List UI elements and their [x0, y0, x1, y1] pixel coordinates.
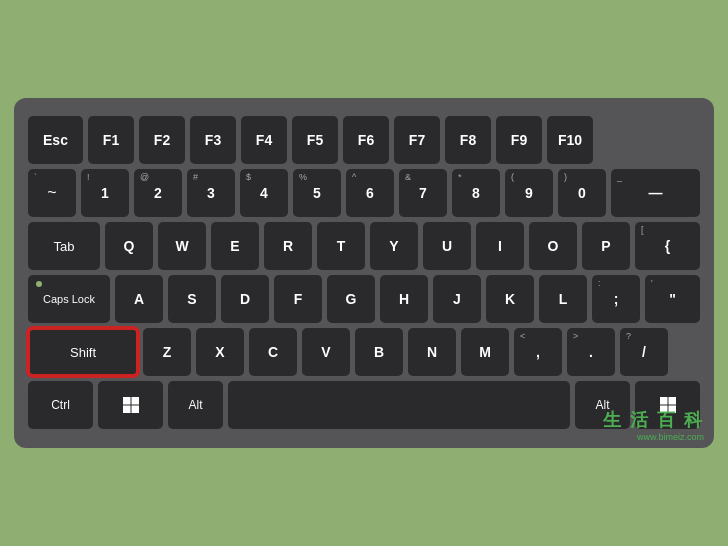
key-f6[interactable]: F6 [343, 116, 389, 164]
key-n[interactable]: N [408, 328, 456, 376]
keyboard: Esc F1 F2 F3 F4 F5 F6 F7 F8 F9 F10 ~` !1… [14, 98, 714, 448]
key-quote[interactable]: '" [645, 275, 700, 323]
key-r[interactable]: R [264, 222, 312, 270]
svg-rect-4 [660, 397, 668, 405]
caps-lock-indicator [36, 281, 42, 287]
windows-icon [122, 396, 140, 414]
key-shift-left[interactable]: Shift [28, 328, 138, 376]
key-2[interactable]: @2 [134, 169, 182, 217]
key-s[interactable]: S [168, 275, 216, 323]
key-caps-lock[interactable]: Caps Lock [28, 275, 110, 323]
watermark: 生 活 百 科 www.bimeiz.com [603, 408, 704, 442]
key-k[interactable]: K [486, 275, 534, 323]
key-j[interactable]: J [433, 275, 481, 323]
row-num: ~` !1 @2 #3 $4 %5 ^6 &7 *8 (9 )0 _— [28, 169, 700, 217]
key-e[interactable]: E [211, 222, 259, 270]
key-q[interactable]: Q [105, 222, 153, 270]
key-b[interactable]: B [355, 328, 403, 376]
svg-rect-1 [131, 397, 139, 405]
key-h[interactable]: H [380, 275, 428, 323]
key-minus[interactable]: _— [611, 169, 700, 217]
key-v[interactable]: V [302, 328, 350, 376]
key-f8[interactable]: F8 [445, 116, 491, 164]
key-space[interactable] [228, 381, 570, 429]
key-g[interactable]: G [327, 275, 375, 323]
key-6[interactable]: ^6 [346, 169, 394, 217]
svg-rect-0 [123, 397, 131, 405]
key-7[interactable]: &7 [399, 169, 447, 217]
key-f3[interactable]: F3 [190, 116, 236, 164]
row-zxcv: Shift Z X C V B N M <, >. ?/ [28, 328, 700, 376]
key-t[interactable]: T [317, 222, 365, 270]
key-f7[interactable]: F7 [394, 116, 440, 164]
key-f2[interactable]: F2 [139, 116, 185, 164]
key-esc[interactable]: Esc [28, 116, 83, 164]
key-i[interactable]: I [476, 222, 524, 270]
key-p[interactable]: P [582, 222, 630, 270]
key-semicolon[interactable]: :; [592, 275, 640, 323]
svg-rect-3 [131, 406, 139, 414]
row-qwerty: Tab Q W E R T Y U I O P [{ [28, 222, 700, 270]
key-slash[interactable]: ?/ [620, 328, 668, 376]
row-bottom: Ctrl Alt Alt [28, 381, 700, 429]
key-y[interactable]: Y [370, 222, 418, 270]
key-w[interactable]: W [158, 222, 206, 270]
key-f[interactable]: F [274, 275, 322, 323]
key-4[interactable]: $4 [240, 169, 288, 217]
key-o[interactable]: O [529, 222, 577, 270]
key-a[interactable]: A [115, 275, 163, 323]
key-f5[interactable]: F5 [292, 116, 338, 164]
key-tab[interactable]: Tab [28, 222, 100, 270]
key-5[interactable]: %5 [293, 169, 341, 217]
key-f10[interactable]: F10 [547, 116, 593, 164]
key-x[interactable]: X [196, 328, 244, 376]
key-alt-left[interactable]: Alt [168, 381, 223, 429]
svg-rect-5 [668, 397, 676, 405]
row-asdf: Caps Lock A S D F G H J K L :; '" [28, 275, 700, 323]
key-3[interactable]: #3 [187, 169, 235, 217]
key-1[interactable]: !1 [81, 169, 129, 217]
key-f4[interactable]: F4 [241, 116, 287, 164]
key-d[interactable]: D [221, 275, 269, 323]
watermark-text: 生 活 百 科 [603, 408, 704, 432]
key-f9[interactable]: F9 [496, 116, 542, 164]
key-l[interactable]: L [539, 275, 587, 323]
key-f1[interactable]: F1 [88, 116, 134, 164]
key-0[interactable]: )0 [558, 169, 606, 217]
key-comma[interactable]: <, [514, 328, 562, 376]
key-ctrl-left[interactable]: Ctrl [28, 381, 93, 429]
key-bracket-l[interactable]: [{ [635, 222, 700, 270]
key-u[interactable]: U [423, 222, 471, 270]
key-period[interactable]: >. [567, 328, 615, 376]
key-8[interactable]: *8 [452, 169, 500, 217]
key-win-left[interactable] [98, 381, 163, 429]
key-c[interactable]: C [249, 328, 297, 376]
key-m[interactable]: M [461, 328, 509, 376]
key-9[interactable]: (9 [505, 169, 553, 217]
row-fn: Esc F1 F2 F3 F4 F5 F6 F7 F8 F9 F10 [28, 116, 700, 164]
key-tilde[interactable]: ~` [28, 169, 76, 217]
watermark-url: www.bimeiz.com [637, 432, 704, 442]
svg-rect-2 [123, 406, 131, 414]
key-z[interactable]: Z [143, 328, 191, 376]
